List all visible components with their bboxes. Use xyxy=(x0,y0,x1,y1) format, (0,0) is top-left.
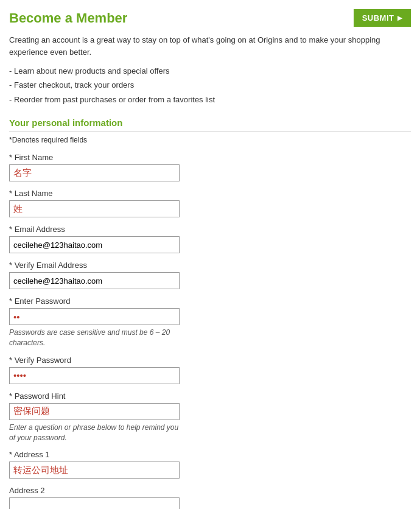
required-note: *Denotes required fields xyxy=(9,136,411,144)
first-name-group: * First Name xyxy=(9,153,411,181)
verify-email-group: * Verify Email Address xyxy=(9,261,411,289)
submit-button[interactable]: SUBMIT xyxy=(354,9,411,27)
address2-label: Address 2 xyxy=(9,486,411,495)
address1-group: * Address 1 xyxy=(9,450,411,479)
verify-email-input[interactable] xyxy=(9,272,180,289)
last-name-label: * Last Name xyxy=(9,189,411,198)
first-name-label: * First Name xyxy=(9,153,411,162)
last-name-group: * Last Name xyxy=(9,189,411,217)
bullet-2: - Faster checkout, track your orders xyxy=(9,78,411,92)
password-group: * Enter Password Passwords are case sens… xyxy=(9,297,411,348)
verify-password-input[interactable] xyxy=(9,367,180,384)
verify-password-group: * Verify Password xyxy=(9,356,411,384)
password-hint-group: * Password Hint Enter a question or phra… xyxy=(9,391,411,443)
password-hint-description: Enter a question or phrase below to help… xyxy=(9,423,180,443)
intro-bullets: - Learn about new products and special o… xyxy=(9,64,411,107)
password-input[interactable] xyxy=(9,308,180,325)
page-title: Become a Member xyxy=(9,10,127,26)
email-input[interactable] xyxy=(9,236,180,253)
password-hint-label: * Password Hint xyxy=(9,391,411,401)
address1-label: * Address 1 xyxy=(9,450,411,459)
last-name-input[interactable] xyxy=(9,200,180,217)
bullet-3: - Reorder from past purchases or order f… xyxy=(9,93,411,107)
email-label: * Email Address xyxy=(9,225,411,234)
first-name-input[interactable] xyxy=(9,164,180,181)
verify-email-label: * Verify Email Address xyxy=(9,261,411,270)
section-personal-info: Your personal information xyxy=(9,118,411,132)
password-label: * Enter Password xyxy=(9,297,411,306)
verify-password-label: * Verify Password xyxy=(9,356,411,365)
address2-group: Address 2 xyxy=(9,486,411,509)
intro-main: Creating an account is a great way to st… xyxy=(9,34,411,58)
email-group: * Email Address xyxy=(9,225,411,253)
bullet-1: - Learn about new products and special o… xyxy=(9,64,411,78)
password-hint-text: Passwords are case sensitive and must be… xyxy=(9,328,180,348)
password-hint-input[interactable] xyxy=(9,403,180,420)
address2-input[interactable] xyxy=(9,497,180,509)
address1-input[interactable] xyxy=(9,462,180,479)
